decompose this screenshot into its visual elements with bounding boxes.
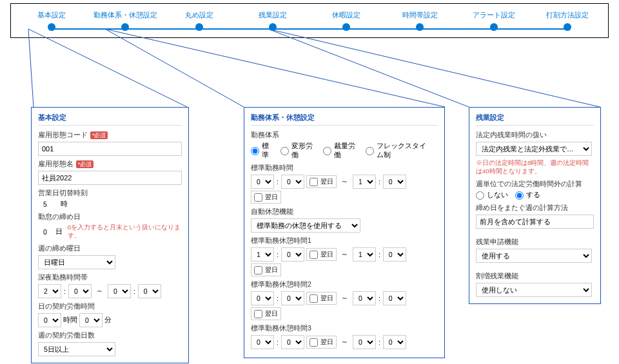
std-hours-label: 標準勤務時間 bbox=[251, 164, 438, 173]
statutory-select[interactable]: 法定内残業と法定外残業で… bbox=[476, 142, 592, 156]
panel-basic-settings: 基本設定 雇用形態コード*必須 雇用形態名*必須 営業日切替時刻 5時 勤怠の締… bbox=[31, 107, 189, 363]
night-to-hour-select[interactable]: 05 bbox=[108, 284, 131, 298]
step-dot-icon bbox=[195, 23, 203, 31]
break3-from-nextday-checkbox[interactable]: 翌日 bbox=[306, 336, 337, 349]
break1-from-nextday-checkbox[interactable]: 翌日 bbox=[306, 248, 337, 261]
break2-from-hour-select[interactable]: 00 bbox=[251, 291, 274, 305]
weekly-yes-radio[interactable]: する bbox=[515, 191, 540, 200]
colon: : bbox=[64, 287, 66, 295]
break1-to-nextday-checkbox[interactable]: 翌日 bbox=[251, 263, 281, 276]
employment-name-input[interactable] bbox=[38, 171, 182, 185]
tilde: ～ bbox=[341, 338, 348, 347]
break1-from-min-select[interactable]: 00 bbox=[281, 247, 304, 262]
night-label: 深夜勤務時間帯 bbox=[38, 273, 182, 282]
colon: : bbox=[378, 338, 380, 346]
svg-line-2 bbox=[105, 29, 244, 107]
dayswitch-value: 5 bbox=[43, 200, 47, 208]
step-label: 休暇設定 bbox=[332, 11, 360, 20]
break3-to-hour-select[interactable]: 00 bbox=[353, 335, 376, 349]
autobreak-select[interactable]: 標準勤務の休憩を使用する bbox=[251, 218, 360, 233]
ot-apply-select[interactable]: 使用する bbox=[476, 249, 592, 263]
extra-ot-label: 割増残業機能 bbox=[476, 272, 594, 281]
panel-title: 勤務体系・休憩設定 bbox=[251, 113, 438, 126]
break1-to-hour-select[interactable]: 13 bbox=[353, 247, 376, 262]
step-label: 時間帯設定 bbox=[402, 11, 438, 20]
night-from-hour-select[interactable]: 22 bbox=[38, 284, 61, 298]
tilde: ～ bbox=[341, 294, 348, 303]
break2-from-min-select[interactable]: 00 bbox=[281, 291, 304, 305]
colon: : bbox=[378, 251, 380, 258]
tilde: ～ bbox=[341, 177, 348, 186]
weekday-select[interactable]: 日曜日 bbox=[38, 255, 115, 269]
break3-from-min-select[interactable]: 00 bbox=[281, 335, 304, 349]
tilde: ～ bbox=[341, 250, 348, 259]
weekly-no-radio[interactable]: しない bbox=[476, 191, 508, 200]
break2-label: 標準勤務休憩時間2 bbox=[251, 280, 438, 289]
wizard-stepper: 基本設定 勤務体系・休憩設定 丸め設定 残業設定 休暇設定 時間帯設定 アラート… bbox=[10, 3, 609, 38]
colon: : bbox=[277, 294, 279, 302]
step-label: 打刻方法設定 bbox=[546, 11, 589, 20]
std-to-hour-select[interactable]: 18 bbox=[353, 175, 376, 189]
colon: : bbox=[277, 178, 279, 186]
contract-days-select[interactable]: 5日以上 bbox=[38, 342, 115, 356]
worktype-standard-radio[interactable]: 標準 bbox=[251, 142, 273, 160]
break2-to-min-select[interactable]: 00 bbox=[383, 291, 406, 305]
break1-to-min-select[interactable]: 00 bbox=[383, 247, 406, 262]
step-rounding[interactable]: 丸め設定 bbox=[170, 11, 228, 31]
hour-unit: 時 bbox=[61, 200, 68, 209]
dayswitch-label: 営業日切替時刻 bbox=[38, 189, 182, 198]
employment-code-label: 雇用形態コード*必須 bbox=[38, 131, 182, 140]
break3-from-hour-select[interactable]: 00 bbox=[251, 335, 274, 349]
step-label: 基本設定 bbox=[37, 11, 66, 20]
step-vacation[interactable]: 休暇設定 bbox=[317, 11, 375, 31]
step-label: 勤務体系・休憩設定 bbox=[93, 11, 157, 20]
step-label: 丸め設定 bbox=[185, 11, 213, 20]
worktype-label: 勤務体系 bbox=[251, 131, 438, 140]
std-from-hour-select[interactable]: 09 bbox=[251, 175, 274, 189]
step-overtime[interactable]: 残業設定 bbox=[244, 11, 302, 31]
worktype-discretion-radio[interactable]: 裁量労働 bbox=[323, 142, 359, 160]
colon: : bbox=[133, 287, 135, 295]
worktype-modified-radio[interactable]: 変形労働 bbox=[280, 142, 316, 160]
std-from-nextday-checkbox[interactable]: 翌日 bbox=[306, 175, 337, 188]
closing-note: 0を入力すると月末という扱いになります。 bbox=[68, 224, 182, 240]
night-to-min-select[interactable]: 00 bbox=[138, 284, 161, 298]
step-worktype[interactable]: 勤務体系・休憩設定 bbox=[96, 11, 154, 31]
break1-from-hour-select[interactable]: 12 bbox=[251, 247, 274, 262]
contract-hours-label: 日の契約労働時間 bbox=[38, 302, 182, 311]
step-dot-icon bbox=[48, 23, 55, 31]
closing-label: 勤怠の締め日 bbox=[38, 213, 182, 222]
panel-worktype-break: 勤務体系・休憩設定 勤務体系 標準 変形労働 裁量労働 フレックスタイム制 標準… bbox=[244, 107, 445, 358]
svg-line-1 bbox=[28, 29, 187, 107]
extra-ot-select[interactable]: 使用しない bbox=[476, 283, 592, 297]
svg-line-3 bbox=[105, 29, 445, 107]
colon: : bbox=[277, 251, 279, 258]
required-badge: *必須 bbox=[90, 131, 108, 139]
autobreak-label: 自動休憩機能 bbox=[251, 207, 438, 216]
employment-code-input[interactable] bbox=[38, 142, 182, 156]
worktype-flex-radio[interactable]: フレックスタイム制 bbox=[366, 142, 433, 160]
std-to-min-select[interactable]: 00 bbox=[383, 175, 406, 189]
crossmonth-value[interactable] bbox=[476, 215, 594, 229]
break3-to-min-select[interactable]: 00 bbox=[383, 335, 406, 349]
step-dot-icon bbox=[269, 23, 277, 31]
employment-name-label: 雇用形態名*必須 bbox=[38, 160, 182, 169]
break2-to-hour-select[interactable]: 00 bbox=[353, 291, 376, 305]
contract-min-select[interactable]: 00 bbox=[79, 313, 103, 327]
break1-label: 標準勤務休憩時間1 bbox=[251, 236, 438, 245]
step-timezone[interactable]: 時間帯設定 bbox=[391, 11, 449, 31]
contract-hour-select[interactable]: 08 bbox=[38, 313, 61, 327]
svg-line-4 bbox=[268, 29, 469, 107]
step-clockin[interactable]: 打刻方法設定 bbox=[538, 11, 596, 31]
statutory-label: 法定内残業時間の扱い bbox=[476, 131, 594, 140]
std-to-nextday-checkbox[interactable]: 翌日 bbox=[251, 191, 281, 204]
night-from-min-select[interactable]: 00 bbox=[68, 284, 92, 298]
colon: : bbox=[277, 338, 279, 346]
break2-from-nextday-checkbox[interactable]: 翌日 bbox=[306, 292, 337, 305]
closing-value: 0 bbox=[43, 228, 47, 236]
required-badge: *必須 bbox=[76, 160, 93, 168]
step-alert[interactable]: アラート設定 bbox=[465, 11, 523, 31]
std-from-min-select[interactable]: 00 bbox=[281, 175, 304, 189]
break2-to-nextday-checkbox[interactable]: 翌日 bbox=[251, 307, 281, 320]
step-basic[interactable]: 基本設定 bbox=[23, 11, 81, 31]
